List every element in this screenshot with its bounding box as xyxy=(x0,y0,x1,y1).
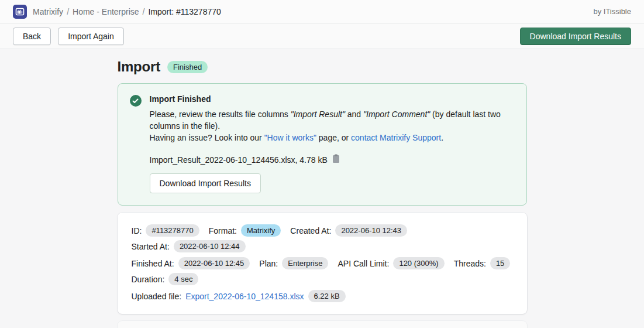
field-label: Duration: xyxy=(132,275,165,284)
banner-download-button[interactable]: Download Import Results xyxy=(150,173,261,193)
clipboard-icon[interactable] xyxy=(332,154,340,165)
field-label: API Call Limit: xyxy=(338,259,389,268)
field-label: Plan: xyxy=(259,259,278,268)
field-created-at: Created At: 2022-06-10 12:43 xyxy=(290,224,407,237)
result-file-line: Import_Result_2022-06-10_124456.xlsx, 4.… xyxy=(150,154,515,165)
field-value-badge: 2022-06-10 12:44 xyxy=(174,240,246,252)
download-import-results-button[interactable]: Download Import Results xyxy=(520,28,631,45)
field-id: ID: #113278770 xyxy=(132,224,199,237)
toolbar: Back Import Again Download Import Result… xyxy=(0,23,644,49)
topbar: Matrixify / Home - Enterprise / Import: … xyxy=(0,0,644,23)
banner-text-line2: Having an issue? Look into our "How it w… xyxy=(150,132,515,144)
field-value-badge: Matrixify xyxy=(241,224,281,237)
back-button[interactable]: Back xyxy=(13,28,51,45)
field-started-at: Started At: 2022-06-10 12:44 xyxy=(132,240,246,252)
breadcrumb-separator: / xyxy=(67,7,69,16)
status-badge: Finished xyxy=(167,61,208,73)
byline: by ITissible xyxy=(593,7,631,16)
banner-text-line1: Please, review the results file columns … xyxy=(150,108,515,132)
file-size-badge: 6.22 kB xyxy=(308,290,346,302)
breadcrumb-separator: / xyxy=(143,7,145,16)
field-api-call-limit: API Call Limit: 120 (300%) xyxy=(338,257,444,269)
field-value-badge: 15 xyxy=(490,257,510,269)
contact-support-link[interactable]: contact Matrixify Support xyxy=(351,133,441,142)
uploaded-file-link[interactable]: Export_2022-06-10_124158.xlsx xyxy=(185,292,304,301)
field-label: ID: xyxy=(132,226,142,235)
breadcrumb-current: Import: #113278770 xyxy=(149,7,221,16)
matrixify-logo-icon[interactable] xyxy=(13,5,27,19)
details-row-2: Finished At: 2022-06-10 12:45 Plan: Ente… xyxy=(132,257,513,285)
field-label: Created At: xyxy=(290,226,331,235)
field-value-badge: 2022-06-10 12:43 xyxy=(335,224,407,237)
result-file-name: Import_Result_2022-06-10_124456.xlsx, 4.… xyxy=(150,155,328,165)
field-value-badge: 2022-06-10 12:45 xyxy=(178,257,250,269)
field-threads: Threads: 15 xyxy=(454,257,511,269)
main-content: Import Finished Import Finished Please, … xyxy=(118,49,527,328)
details-row-1: ID: #113278770 Format: Matrixify Created… xyxy=(132,224,513,252)
banner-text: Having an issue? Look into our xyxy=(150,133,264,142)
import-details-card: ID: #113278770 Format: Matrixify Created… xyxy=(118,213,527,314)
success-check-icon xyxy=(130,95,142,107)
how-it-works-link[interactable]: "How it works" xyxy=(264,133,316,142)
field-label: Uploaded file: xyxy=(132,292,182,301)
breadcrumb: Matrixify / Home - Enterprise / Import: … xyxy=(33,7,221,16)
field-value-badge: Enterprise xyxy=(282,257,328,269)
banner-text: and xyxy=(345,110,363,119)
import-finished-banner: Import Finished Please, review the resul… xyxy=(118,83,527,206)
banner-italic-import-result: "Import Result" xyxy=(291,110,345,119)
field-value-badge: 120 (300%) xyxy=(393,257,444,269)
field-label: Finished At: xyxy=(132,259,174,268)
field-value-badge: #113278770 xyxy=(146,224,199,237)
sheets-card: Sheets Products Updated: 10 Total: 10 Du… xyxy=(118,321,527,328)
field-finished-at: Finished At: 2022-06-10 12:45 xyxy=(132,257,250,269)
field-format: Format: Matrixify xyxy=(209,224,281,237)
breadcrumb-section[interactable]: Home - Enterprise xyxy=(73,7,139,16)
banner-italic-import-comment: "Import Comment" xyxy=(363,110,430,119)
field-label: Started At: xyxy=(132,242,170,251)
page-header: Import Finished xyxy=(118,59,527,75)
field-uploaded-file: Uploaded file: Export_2022-06-10_124158.… xyxy=(132,290,346,302)
banner-text: page, or xyxy=(316,133,351,142)
page-title: Import xyxy=(118,59,160,75)
import-again-button[interactable]: Import Again xyxy=(58,28,124,45)
field-value-badge: 4 sec xyxy=(168,273,198,285)
banner-text: Please, review the results file columns xyxy=(150,110,291,119)
details-row-3: Uploaded file: Export_2022-06-10_124158.… xyxy=(132,290,513,302)
field-duration: Duration: 4 sec xyxy=(132,273,199,285)
banner-title: Import Finished xyxy=(150,94,515,104)
field-plan: Plan: Enterprise xyxy=(259,257,328,269)
banner-text: . xyxy=(441,133,443,142)
field-label: Format: xyxy=(209,226,237,235)
field-label: Threads: xyxy=(454,259,486,268)
breadcrumb-app[interactable]: Matrixify xyxy=(33,7,63,16)
